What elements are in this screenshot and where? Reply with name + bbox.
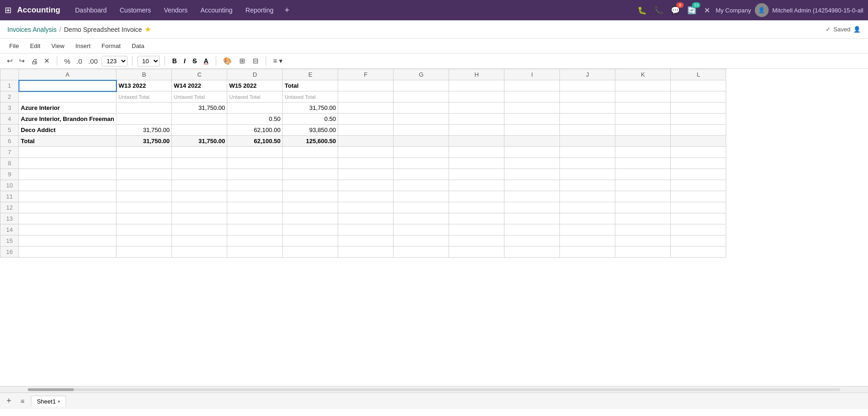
col-header-e[interactable]: E	[283, 69, 338, 80]
add-sheet-button[interactable]: +	[4, 395, 14, 407]
cell-d4[interactable]: 0.50	[227, 114, 283, 125]
close-icon[interactable]: ✕	[702, 4, 712, 17]
cell-d2[interactable]: Untaxed Total	[227, 91, 283, 102]
cell-g2[interactable]	[394, 91, 449, 102]
cell-b5[interactable]: 31,750.00	[116, 125, 172, 136]
menu-format[interactable]: Format	[97, 41, 125, 51]
cell-b1[interactable]: W13 2022	[116, 80, 172, 91]
print-button[interactable]: 🖨	[29, 56, 40, 66]
cell-h2[interactable]	[449, 91, 504, 102]
redo-button[interactable]: ↪	[17, 55, 27, 66]
col-header-f[interactable]: F	[338, 69, 394, 80]
cell-h1[interactable]	[449, 80, 504, 91]
cell-a5[interactable]: Deco Addict	[19, 125, 116, 136]
menu-view[interactable]: View	[47, 41, 69, 51]
nav-vendors[interactable]: Vendors	[158, 0, 193, 20]
favorite-star-icon[interactable]: ★	[145, 25, 151, 34]
cell-k3[interactable]	[615, 102, 671, 114]
cell-a1[interactable]	[19, 80, 116, 91]
cell-j3[interactable]	[560, 102, 615, 114]
cell-c5[interactable]	[172, 125, 227, 136]
nav-customers[interactable]: Customers	[114, 0, 157, 20]
cell-l4[interactable]	[671, 114, 726, 125]
col-header-a[interactable]: A	[19, 69, 116, 80]
cell-i1[interactable]	[504, 80, 560, 91]
cell-k5[interactable]	[615, 125, 671, 136]
col-header-k[interactable]: K	[615, 69, 671, 80]
sheet-tab[interactable]: Sheet1 ▾	[31, 396, 66, 407]
cell-c2[interactable]: Untaxed Total	[172, 91, 227, 102]
app-grid-icon[interactable]: ⊞	[5, 5, 12, 15]
col-header-h[interactable]: H	[449, 69, 504, 80]
menu-data[interactable]: Data	[127, 41, 149, 51]
cell-c6[interactable]: 31,750.00	[172, 136, 227, 147]
col-header-l[interactable]: L	[671, 69, 726, 80]
cell-i2[interactable]	[504, 91, 560, 102]
cell-g6[interactable]	[394, 136, 449, 147]
cell-c1[interactable]: W14 2022	[172, 80, 227, 91]
cell-l1[interactable]	[671, 80, 726, 91]
cell-j4[interactable]	[560, 114, 615, 125]
cell-e6[interactable]: 125,600.50	[283, 136, 338, 147]
cell-h4[interactable]	[449, 114, 504, 125]
percent-button[interactable]: %	[62, 56, 73, 66]
cell-a3[interactable]: Azure Interior	[19, 102, 116, 114]
phone-icon[interactable]: 📞	[652, 4, 665, 17]
clear-button[interactable]: ✕	[42, 55, 52, 66]
number-format-select[interactable]: 123	[102, 56, 127, 66]
breadcrumb-link[interactable]: Invoices Analysis	[7, 26, 57, 33]
cell-l3[interactable]	[671, 102, 726, 114]
cell-k1[interactable]	[615, 80, 671, 91]
nav-reporting[interactable]: Reporting	[240, 0, 279, 20]
horizontal-scrollbar[interactable]	[0, 386, 868, 392]
bug-icon[interactable]: 🐛	[636, 4, 649, 17]
cell-d6[interactable]: 62,100.50	[227, 136, 283, 147]
strikethrough-button[interactable]: S	[190, 56, 200, 66]
nav-accounting[interactable]: Accounting	[195, 0, 238, 20]
cell-b6[interactable]: 31,750.00	[116, 136, 172, 147]
italic-button[interactable]: I	[181, 56, 188, 66]
decimal-00-button[interactable]: .00	[86, 56, 100, 66]
cell-b2[interactable]: Untaxed Total	[116, 91, 172, 102]
cell-g4[interactable]	[394, 114, 449, 125]
cell-f5[interactable]	[338, 125, 394, 136]
cell-i3[interactable]	[504, 102, 560, 114]
cell-c3[interactable]: 31,750.00	[172, 102, 227, 114]
merge-button[interactable]: ⊟	[250, 55, 261, 66]
cell-f4[interactable]	[338, 114, 394, 125]
cell-a4[interactable]: Azure Interior, Brandon Freeman	[19, 114, 116, 125]
cell-i5[interactable]	[504, 125, 560, 136]
align-button[interactable]: ≡ ▾	[271, 55, 285, 66]
cell-f1[interactable]	[338, 80, 394, 91]
nav-add-button[interactable]: +	[281, 6, 293, 15]
borders-button[interactable]: ⊞	[237, 55, 248, 66]
cell-i4[interactable]	[504, 114, 560, 125]
scrollbar-thumb[interactable]	[28, 388, 74, 391]
col-header-b[interactable]: B	[116, 69, 172, 80]
cell-d5[interactable]: 62,100.00	[227, 125, 283, 136]
company-name[interactable]: My Company	[716, 7, 751, 14]
cell-j5[interactable]	[560, 125, 615, 136]
cell-d3[interactable]	[227, 102, 283, 114]
chat-icon[interactable]: 💬 8	[669, 4, 682, 17]
cell-c4[interactable]	[172, 114, 227, 125]
cell-f2[interactable]	[338, 91, 394, 102]
col-header-j[interactable]: J	[560, 69, 615, 80]
decimal-0-button[interactable]: .0	[74, 56, 85, 66]
sheet-table-wrapper[interactable]: A B C D E F G H I J K L 1	[0, 69, 868, 386]
activity-icon[interactable]: 🔄 33	[686, 4, 698, 17]
cell-i6[interactable]	[504, 136, 560, 147]
cell-a2[interactable]	[19, 91, 116, 102]
cell-j1[interactable]	[560, 80, 615, 91]
cell-b3[interactable]	[116, 102, 172, 114]
cell-h3[interactable]	[449, 102, 504, 114]
font-size-select[interactable]: 10	[137, 56, 160, 66]
cell-e5[interactable]: 93,850.00	[283, 125, 338, 136]
bold-button[interactable]: B	[170, 56, 180, 66]
underline-button[interactable]: A	[201, 56, 211, 66]
cell-k2[interactable]	[615, 91, 671, 102]
cell-j6[interactable]	[560, 136, 615, 147]
menu-file[interactable]: File	[5, 41, 24, 51]
col-header-d[interactable]: D	[227, 69, 283, 80]
cell-g3[interactable]	[394, 102, 449, 114]
